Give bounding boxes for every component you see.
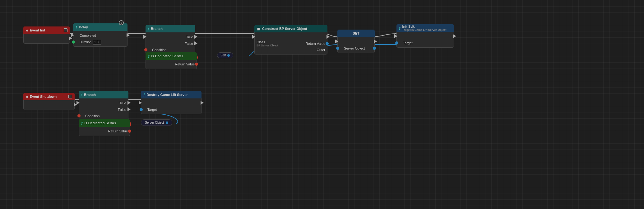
destroy-game-server-title: Destroy Game Lift Server <box>147 93 188 97</box>
destroy-game-server-node[interactable]: ƒ Destroy Game Lift Server Target <box>141 91 202 114</box>
is-ded-top-return-pin <box>195 63 198 66</box>
svg-marker-2 <box>127 33 130 37</box>
duration-input[interactable] <box>93 40 101 45</box>
construct-bp-class-row: Class BP Server Object Return Value <box>255 40 327 47</box>
svg-marker-5 <box>194 41 197 45</box>
init-sdk-body: Target <box>396 32 454 48</box>
blueprint-canvas[interactable]: ◆ Event Init ⏱ ƒ Delay Completed <box>0 0 644 209</box>
event-shutdown-body <box>23 100 75 110</box>
delay-body: Completed Duration <box>73 31 127 47</box>
set-exec <box>338 38 374 45</box>
construct-bp-icon: ▣ <box>257 27 260 31</box>
branch-top-icon: ⟨ <box>148 27 149 31</box>
branch-top-true-label: True <box>186 35 193 39</box>
event-init-title: Event Init <box>30 28 45 32</box>
delay-func-icon: ƒ <box>76 26 77 29</box>
svg-marker-3 <box>143 35 146 39</box>
destroy-game-server-header: ƒ Destroy Game Lift Server <box>141 91 202 98</box>
event-init-badge <box>64 28 67 32</box>
is-ded-bottom-return-pin <box>128 130 131 133</box>
event-init-exec-row <box>24 35 70 42</box>
branch-bottom-icon: ⟨ <box>81 93 82 97</box>
svg-marker-17 <box>201 101 204 105</box>
event-shutdown-node[interactable]: ◆ Event Shutdown <box>23 93 75 110</box>
branch-bottom-condition-row: Condition <box>79 113 128 119</box>
event-shutdown-title: Event Shutdown <box>30 95 57 98</box>
branch-bottom-header: ⟨ Branch <box>79 91 128 98</box>
branch-bottom-condition-label: Condition <box>85 114 100 118</box>
set-node[interactable]: SET Server Object <box>337 30 375 53</box>
init-sdk-subtitle: Target is Game Lift Server Object <box>402 28 447 31</box>
is-dedicated-server-bottom-title: Is Dedicated Server <box>85 121 116 125</box>
branch-top-header: ⟨ Branch <box>146 25 195 32</box>
self-node[interactable]: Self <box>217 52 233 58</box>
init-sdk-icon: ƒ <box>399 26 401 30</box>
init-sdk-target-row: Target <box>397 40 454 46</box>
branch-bottom-false-row: False <box>79 107 128 113</box>
svg-marker-16 <box>139 101 142 105</box>
branch-top-body: True False Condition <box>146 32 195 55</box>
server-object-var-label: Server Object <box>145 121 164 124</box>
event-shutdown-badge <box>68 95 72 98</box>
is-ded-bottom-icon: ƒ <box>81 121 83 125</box>
svg-marker-14 <box>127 101 131 105</box>
construct-bp-title: Construct BP Server Object <box>262 27 307 31</box>
is-dedicated-server-top-node[interactable]: ƒ Is Dedicated Server Return Value <box>146 52 197 69</box>
event-shutdown-icon: ◆ <box>26 95 28 98</box>
branch-top-node[interactable]: ⟨ Branch True False <box>146 25 195 55</box>
server-object-var-node[interactable]: Server Object <box>141 119 172 126</box>
destroy-target-pin <box>140 108 143 111</box>
svg-marker-7 <box>327 35 330 39</box>
event-icon: ◆ <box>26 29 28 32</box>
is-ded-bottom-return-label: Return Value <box>108 129 128 133</box>
destroy-game-server-icon: ƒ <box>143 93 145 97</box>
event-shutdown-header: ◆ Event Shutdown <box>23 93 75 100</box>
delay-node[interactable]: ⏱ ƒ Delay Completed Duration <box>73 23 127 47</box>
destroy-target-label: Target <box>147 108 157 112</box>
clock-icon: ⏱ <box>119 20 124 25</box>
event-init-node[interactable]: ◆ Event Init <box>23 26 70 44</box>
branch-bottom-body: True False Condition <box>79 98 128 121</box>
branch-top-condition-label: Condition <box>152 48 166 52</box>
set-body: Server Object <box>337 37 375 53</box>
set-server-object-label: Server Object <box>344 46 365 50</box>
branch-bottom-node[interactable]: ⟨ Branch True False <box>79 91 128 121</box>
is-ded-top-icon: ƒ <box>148 55 150 58</box>
destroy-target-row: Target <box>141 107 201 113</box>
set-server-object-row: Server Object <box>338 45 374 51</box>
branch-bottom-title: Branch <box>84 93 96 97</box>
is-dedicated-server-top-title: Is Dedicated Server <box>151 54 183 58</box>
init-sdk-target-label: Target <box>403 41 413 45</box>
is-ded-bottom-return-row: Return Value <box>79 128 130 134</box>
self-pin <box>227 54 230 57</box>
svg-marker-15 <box>127 107 131 111</box>
construct-bp-class-label: Class <box>257 40 265 44</box>
svg-marker-4 <box>194 35 197 39</box>
duration-pin <box>72 40 75 44</box>
is-dedicated-server-bottom-body: Return Value <box>79 127 130 136</box>
branch-bottom-true-label: True <box>119 101 126 105</box>
construct-bp-node[interactable]: ▣ Construct BP Server Object Class BP Se… <box>254 25 327 55</box>
svg-marker-6 <box>252 35 255 39</box>
is-ded-top-return-row: Return Value <box>146 61 197 67</box>
set-title: SET <box>353 31 359 35</box>
init-sdk-node[interactable]: ƒ Init Sdk Target is Game Lift Server Ob… <box>396 24 454 48</box>
branch-bottom-condition-pin <box>77 114 81 117</box>
is-dedicated-server-bottom-node[interactable]: ƒ Is Dedicated Server Return Value <box>79 119 130 136</box>
svg-marker-9 <box>374 40 377 43</box>
set-header: SET <box>337 30 375 37</box>
construct-bp-exec <box>255 34 327 40</box>
construct-bp-return-label: Return Value <box>306 42 325 45</box>
is-dedicated-server-top-body: Return Value <box>146 60 197 69</box>
init-sdk-target-pin <box>395 41 398 45</box>
branch-top-title: Branch <box>151 27 163 31</box>
event-init-body <box>23 34 70 44</box>
branch-top-exec: True <box>146 34 195 40</box>
svg-marker-13 <box>76 101 80 105</box>
delay-duration-row: Duration <box>73 39 127 45</box>
destroy-game-server-body: Target <box>141 98 202 114</box>
delay-completed-label: Completed <box>80 34 96 37</box>
branch-top-false-label: False <box>185 42 193 45</box>
delay-title: Delay <box>79 25 88 29</box>
construct-bp-header: ▣ Construct BP Server Object <box>254 25 327 32</box>
